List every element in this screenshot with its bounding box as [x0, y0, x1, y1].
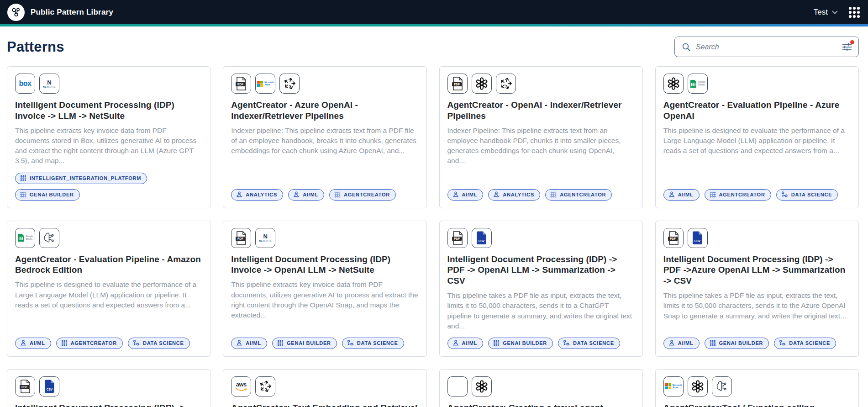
pattern-card[interactable]: GoogleSheets AgentCreator - Evaluation P… [655, 66, 859, 208]
tag-ai-ml[interactable]: AI/ML [231, 338, 267, 349]
snaplogic-logo-icon [7, 4, 25, 21]
aws-logo-icon: aws [231, 376, 251, 396]
brain-circuit-icon [712, 376, 732, 396]
card-tags: AI/MLGENAI BUILDERDATA SCIENCE [663, 331, 850, 349]
openai-logo-icon [663, 74, 684, 94]
tag-analytics[interactable]: ANALYTICS [488, 189, 540, 201]
tag-ai-ml[interactable]: AI/ML [447, 189, 484, 201]
person-icon [236, 340, 242, 346]
tag-label: AGENTCREATOR [344, 192, 390, 197]
tag-genai-builder[interactable]: GENAI BUILDER [272, 338, 337, 349]
tag-data-science[interactable]: DATA SCIENCE [558, 338, 620, 349]
pattern-card[interactable]: MicrosoftAzure AgentCreator:Tool / Funct… [655, 369, 859, 407]
accent-divider [0, 24, 868, 26]
pattern-card[interactable]: PDF AgentCreator - OpenAI - Indexer/Retr… [439, 66, 643, 208]
nodes-icon [133, 340, 140, 346]
svg-text:PDF: PDF [670, 237, 676, 240]
openai-logo-icon [472, 74, 492, 94]
filter-button[interactable] [841, 42, 853, 53]
tag-agentcreator[interactable]: AGENTCREATOR [705, 189, 771, 201]
account-menu[interactable]: Test [814, 8, 838, 17]
tag-data-science[interactable]: DATA SCIENCE [342, 338, 404, 349]
pattern-card[interactable]: AgentCreator: Creating a travel agent as… [439, 369, 643, 407]
card-title: AgentCreator: Creating a travel agent as… [447, 402, 634, 407]
tag-agentcreator[interactable]: AGENTCREATOR [329, 189, 396, 201]
tag-label: GENAI BUILDER [719, 340, 763, 346]
grid-dots-icon [550, 191, 557, 198]
tag-ai-ml[interactable]: AI/ML [447, 338, 484, 349]
tag-label: AI/ML [678, 340, 694, 346]
pattern-card[interactable]: PDFCSV Intelligent Document Processing (… [439, 221, 643, 357]
tag-genai-builder[interactable]: GENAI BUILDER [488, 338, 553, 349]
search-box [674, 37, 859, 57]
tag-label: AI/ML [30, 340, 45, 346]
tag-label: AGENTCREATOR [71, 340, 117, 346]
pattern-card[interactable]: boxNNETSUITE Intelligent Document Proces… [7, 66, 210, 208]
tag-ai-ml[interactable]: AI/ML [288, 189, 324, 201]
tag-ai-ml[interactable]: AI/ML [15, 338, 51, 349]
tag-label: ANALYTICS [503, 192, 534, 197]
tag-label: ANALYTICS [246, 192, 277, 197]
brain-circuit-icon [39, 228, 59, 248]
pattern-card[interactable]: PDFCSV Intelligent Document Processing (… [655, 221, 859, 357]
card-icons: PDFCSV [15, 376, 202, 396]
card-icons: PDFCSV [663, 228, 850, 248]
chevron-down-icon [832, 11, 838, 14]
tag-agentcreator[interactable]: AGENTCREATOR [56, 338, 123, 349]
tag-data-science[interactable]: DATA SCIENCE [776, 189, 838, 201]
svg-text:PDF: PDF [454, 237, 460, 240]
card-description: This pipeline is designed to evaluate th… [15, 280, 202, 310]
tag-label: AI/ML [678, 192, 694, 197]
tag-label: GENAI BUILDER [30, 192, 74, 197]
pattern-card[interactable]: PDFNNETSUITE Intelligent Document Proces… [223, 221, 426, 357]
person-icon [20, 340, 26, 346]
tag-label: GENAI BUILDER [503, 340, 547, 346]
page-title: Patterns [7, 39, 64, 55]
tag-genai-builder[interactable]: GENAI BUILDER [15, 189, 80, 201]
card-description: This pipeline is designed to evaluate th… [663, 126, 850, 156]
card-description: Indexer pipeline: This pipeline extracts… [231, 126, 418, 156]
card-icons: PDFNNETSUITE [231, 228, 418, 248]
svg-text:PDF: PDF [21, 386, 27, 389]
csv-file-icon: CSV [472, 228, 492, 248]
svg-text:PDF: PDF [454, 83, 460, 86]
pattern-card[interactable]: PDFMicrosoftAzure AgentCreator - Azure O… [223, 66, 426, 208]
pattern-card[interactable]: PDFCSV Intelligent Document Processing (… [7, 369, 210, 407]
tag-data-science[interactable]: DATA SCIENCE [774, 338, 836, 349]
blank-icon [447, 376, 468, 396]
card-title: AgentCreator - OpenAI - Indexer/Retrieve… [447, 100, 634, 122]
card-tags: ANALYTICSAI/MLAGENTCREATOR [231, 183, 418, 201]
card-title: AgentCreator - Evaluation Pipeline - Ama… [15, 254, 202, 276]
app-title: Public Pattern Library [31, 8, 113, 17]
tag-ai-ml[interactable]: AI/ML [663, 338, 700, 349]
apps-waffle-icon[interactable] [848, 6, 861, 19]
tag-ai-ml[interactable]: AI/ML [663, 189, 700, 201]
pattern-card[interactable]: GoogleSheets AgentCreator - Evaluation P… [7, 221, 210, 357]
card-icons: PDFCSV [447, 228, 634, 248]
azure-logo-icon: MicrosoftAzure [255, 74, 275, 94]
card-tags: AI/MLAGENTCREATORDATA SCIENCE [15, 331, 202, 349]
sheets-logo-icon: GoogleSheets [688, 74, 708, 94]
integration-arrows-icon [496, 74, 516, 94]
tag-intelligent-integration-platform[interactable]: INTELLIGENT_INTEGRATION_PLATFORM [15, 173, 147, 184]
card-icons: boxNNETSUITE [15, 74, 202, 94]
tag-label: AI/ML [462, 192, 478, 197]
card-tags: AI/MLANALYTICSAGENTCREATOR [447, 183, 634, 201]
pdf-file-icon: PDF [231, 228, 251, 248]
magnifier-icon [682, 42, 691, 52]
search-input[interactable] [696, 43, 836, 51]
tag-analytics[interactable]: ANALYTICS [231, 189, 283, 201]
person-icon [293, 191, 300, 198]
tag-data-science[interactable]: DATA SCIENCE [128, 338, 190, 349]
tag-label: DATA SCIENCE [789, 340, 830, 346]
card-description: Indexer Pipeline: This pipeline extracts… [447, 126, 634, 166]
pattern-card[interactable]: aws AgentCreator: Text Embedding and Ret… [223, 369, 426, 407]
grid-dots-icon [277, 340, 284, 346]
tag-genai-builder[interactable]: GENAI BUILDER [705, 338, 769, 349]
pdf-file-icon: PDF [663, 228, 684, 248]
card-title: AgentCreator:Tool / Function calling pat… [663, 402, 850, 407]
card-description: This pipeline takes a PDF file as input,… [447, 291, 634, 331]
tag-agentcreator[interactable]: AGENTCREATOR [545, 189, 612, 201]
openai-logo-icon [688, 376, 708, 396]
nodes-icon [563, 340, 570, 346]
